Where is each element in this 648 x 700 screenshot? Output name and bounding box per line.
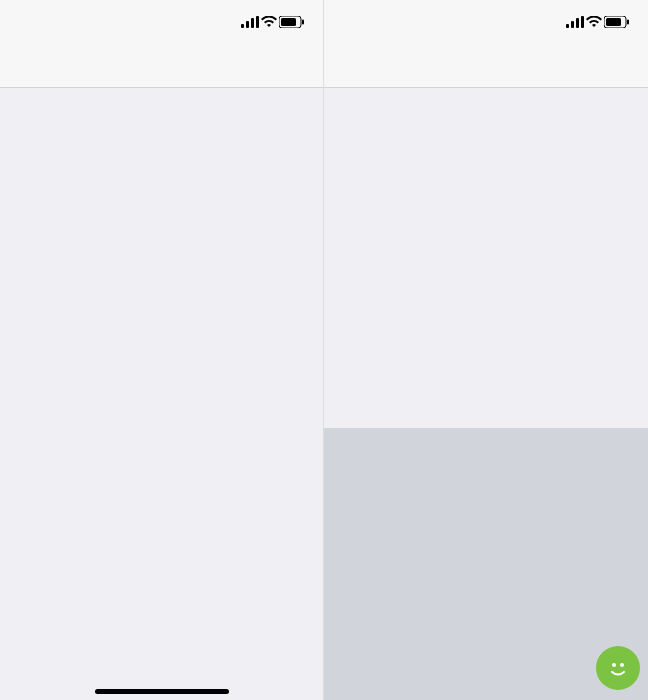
signal-icon (241, 16, 259, 28)
status-indicators (566, 16, 630, 28)
passcode-area (324, 88, 648, 428)
status-bar (0, 0, 323, 44)
battery-icon (604, 16, 630, 28)
svg-rect-5 (281, 18, 296, 26)
home-indicator[interactable] (95, 689, 229, 694)
svg-rect-1 (246, 21, 249, 28)
nav-bar (324, 44, 648, 88)
wifi-icon (261, 16, 277, 28)
svg-rect-8 (571, 21, 574, 28)
svg-rect-2 (251, 18, 254, 28)
svg-rect-10 (581, 16, 584, 28)
watermark-logo (596, 646, 640, 690)
svg-rect-7 (566, 24, 569, 28)
status-indicators (241, 16, 305, 28)
settings-screen (0, 0, 324, 700)
passcode-screen (324, 0, 648, 700)
wifi-icon (586, 16, 602, 28)
battery-icon (279, 16, 305, 28)
svg-rect-9 (576, 18, 579, 28)
svg-point-15 (612, 663, 616, 667)
status-bar (324, 0, 648, 44)
svg-rect-3 (256, 16, 259, 28)
svg-point-14 (603, 653, 633, 683)
svg-point-16 (620, 663, 624, 667)
svg-rect-6 (302, 20, 304, 25)
svg-rect-12 (606, 18, 621, 26)
svg-rect-13 (627, 20, 629, 25)
signal-icon (566, 16, 584, 28)
nav-bar (0, 44, 323, 88)
svg-rect-0 (241, 24, 244, 28)
watermark (596, 646, 646, 690)
